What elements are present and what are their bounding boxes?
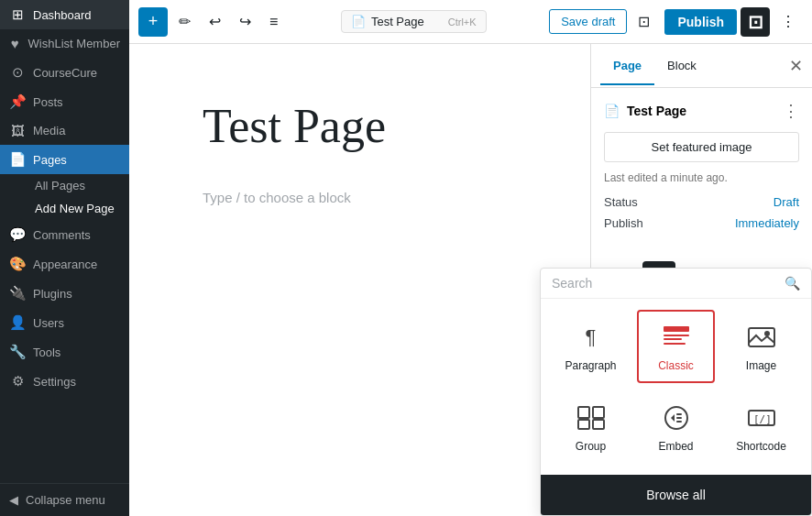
sidebar-item-tools[interactable]: 🔧 Tools — [0, 337, 129, 367]
sidebar-item-label: CourseCure — [33, 66, 97, 80]
paragraph-icon: ¶ — [573, 321, 609, 354]
svg-rect-7 — [578, 407, 589, 418]
coursecure-icon: ⊙ — [9, 64, 26, 81]
preview-button[interactable]: ⊡ — [631, 7, 657, 36]
browse-all-button[interactable]: Browse all — [541, 475, 811, 515]
svg-rect-1 — [664, 326, 689, 332]
settings-icon: ⚙ — [9, 373, 26, 390]
block-label-embed: Embed — [658, 440, 693, 453]
block-item-classic[interactable]: Classic — [637, 310, 715, 383]
pages-submenu: All Pages Add New Page — [0, 174, 129, 220]
keyboard-shortcut: Ctrl+K — [448, 16, 477, 27]
sidebar-item-label: Comments — [33, 228, 91, 242]
redo-button[interactable]: ↪ — [232, 7, 258, 36]
tab-block[interactable]: Block — [654, 48, 709, 85]
sidebar-item-media[interactable]: 🖼 Media — [0, 116, 129, 145]
sidebar-sub-all-pages[interactable]: All Pages — [26, 174, 129, 197]
more-options-button[interactable]: ⋮ — [774, 7, 803, 36]
sidebar-item-settings[interactable]: ⚙ Settings — [0, 367, 129, 396]
publish-button[interactable]: Publish — [664, 9, 737, 35]
block-item-shortcode[interactable]: [/] Shortcode — [722, 390, 800, 464]
save-draft-button[interactable]: Save draft — [549, 9, 627, 34]
pages-icon: 📄 — [9, 151, 26, 168]
sidebar-item-comments[interactable]: 💬 Comments — [0, 220, 129, 249]
media-icon: 🖼 — [9, 123, 26, 138]
classic-icon — [658, 321, 695, 354]
block-item-embed[interactable]: Embed — [637, 390, 715, 464]
add-block-toolbar-button[interactable]: + — [138, 7, 168, 37]
sidebar-item-label: Appearance — [33, 258, 97, 271]
search-icon: 🔍 — [785, 276, 800, 291]
collapse-menu[interactable]: ◀ Collapse menu — [0, 483, 129, 516]
block-search-input[interactable] — [552, 276, 777, 291]
embed-icon — [658, 401, 695, 434]
posts-icon: 📌 — [9, 93, 26, 110]
group-icon — [573, 401, 609, 434]
editor-toolbar: + ✏ ↩ ↪ ≡ 📄 Test Page Ctrl+K Save draft … — [129, 0, 812, 44]
shortcode-icon: [/] — [743, 401, 780, 434]
sidebar: ⊞ Dashboard ♥ WishList Member ⊙ CourseCu… — [0, 0, 129, 516]
image-icon — [743, 321, 780, 354]
tab-page[interactable]: Page — [600, 48, 654, 85]
sidebar-item-label: Pages — [33, 153, 67, 167]
panel-tabs: Page Block ✕ — [591, 44, 812, 88]
svg-rect-4 — [664, 343, 686, 345]
panel-more-icon[interactable]: ⋮ — [783, 101, 799, 121]
sidebar-item-label: Users — [33, 316, 64, 330]
block-placeholder[interactable]: Type / to choose a block — [203, 190, 517, 205]
svg-rect-12 — [676, 413, 682, 415]
block-label-group: Group — [576, 440, 606, 453]
right-panel: Page Block ✕ 📄 Test Page ⋮ Set featured … — [590, 44, 812, 516]
sidebar-item-label: Media — [33, 124, 65, 137]
page-heading: Test Page — [203, 99, 517, 153]
edit-mode-button[interactable]: ✏ — [171, 7, 198, 36]
block-item-paragraph[interactable]: ¶ Paragraph — [552, 310, 630, 383]
svg-rect-14 — [676, 421, 682, 423]
sidebar-item-plugins[interactable]: 🔌 Plugins — [0, 279, 129, 308]
block-item-group[interactable]: Group — [552, 390, 630, 464]
block-label-classic: Classic — [658, 359, 694, 372]
block-label-shortcode: Shortcode — [736, 440, 786, 453]
status-label: Status — [604, 195, 638, 209]
sidebar-item-label: Plugins — [33, 287, 72, 301]
panel-doc-title: Test Page — [627, 104, 686, 118]
sidebar-sub-add-new[interactable]: Add New Page — [26, 197, 129, 220]
publish-value[interactable]: Immediately — [735, 216, 799, 230]
sidebar-item-label: WishList Member — [28, 37, 120, 50]
block-search-bar: 🔍 — [541, 269, 811, 299]
sidebar-item-wishlist[interactable]: ♥ WishList Member — [0, 29, 129, 58]
sidebar-item-coursecure[interactable]: ⊙ CourseCure — [0, 58, 129, 87]
publish-row: Publish Immediately — [604, 216, 799, 230]
svg-rect-10 — [593, 420, 604, 429]
dashboard-icon: ⊞ — [9, 6, 26, 23]
users-icon: 👤 — [9, 314, 26, 331]
main-content: + ✏ ↩ ↪ ≡ 📄 Test Page Ctrl+K Save draft … — [129, 0, 812, 516]
status-value[interactable]: Draft — [774, 195, 799, 209]
block-item-image[interactable]: Image — [722, 310, 800, 383]
document-title-box[interactable]: 📄 Test Page Ctrl+K — [341, 10, 487, 33]
svg-rect-5 — [749, 328, 774, 346]
svg-rect-9 — [578, 420, 589, 429]
svg-rect-13 — [676, 417, 682, 419]
sidebar-item-label: Tools — [33, 346, 60, 359]
set-featured-image-button[interactable]: Set featured image — [604, 132, 799, 162]
appearance-icon: 🎨 — [9, 256, 26, 272]
sidebar-item-appearance[interactable]: 🎨 Appearance — [0, 249, 129, 279]
document-title: Test Page — [371, 15, 424, 28]
document-icon-panel: 📄 — [604, 104, 620, 118]
sidebar-item-users[interactable]: 👤 Users — [0, 308, 129, 337]
undo-button[interactable]: ↩ — [202, 7, 228, 36]
block-grid: ¶ Paragraph Classic — [541, 299, 811, 475]
panel-close-button[interactable]: ✕ — [789, 56, 803, 76]
sidebar-item-pages[interactable]: 📄 Pages — [0, 145, 129, 174]
svg-rect-2 — [664, 335, 689, 336]
list-view-button[interactable]: ≡ — [262, 8, 285, 36]
sidebar-item-dashboard[interactable]: ⊞ Dashboard — [0, 0, 129, 29]
status-row: Status Draft — [604, 195, 799, 209]
panel-doc-title-row: 📄 Test Page ⋮ — [604, 101, 799, 121]
settings-toggle-button[interactable]: ⊡ — [741, 7, 770, 37]
tools-icon: 🔧 — [9, 344, 26, 360]
sidebar-item-posts[interactable]: 📌 Posts — [0, 87, 129, 116]
plugins-icon: 🔌 — [9, 285, 26, 302]
sidebar-item-label: Dashboard — [33, 8, 92, 22]
